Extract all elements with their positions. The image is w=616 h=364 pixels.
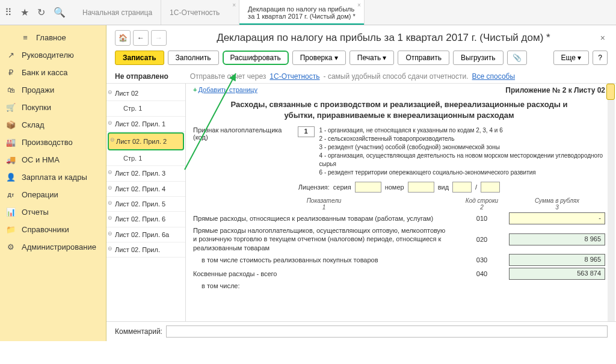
close-button[interactable]: ×	[598, 33, 608, 43]
code-line: 3 - резидент (участник) особой (свободно…	[319, 143, 605, 152]
tree-node[interactable]: ⊖Лист 02. Прил. 1	[106, 117, 185, 132]
content: 🏠 ← → Декларация по налогу на прибыль за…	[106, 25, 616, 341]
status-link-all[interactable]: Все способы	[472, 72, 516, 81]
collapse-icon[interactable]: ⊖	[108, 120, 112, 127]
dt-kt-icon: Дт	[6, 192, 16, 198]
tree-node[interactable]: ⊖Лист 02. Прил. 6	[106, 212, 185, 227]
print-button[interactable]: Печать ▾	[350, 51, 395, 65]
apps-icon[interactable]: ⠿	[5, 7, 12, 18]
tree-node[interactable]: ⊖Лист 02	[106, 86, 185, 101]
attach-button[interactable]: 📎	[507, 51, 527, 65]
sidebar-label: Покупки	[22, 103, 51, 112]
code-line: 4 - организация, осуществляющая деятельн…	[319, 152, 605, 168]
home-button[interactable]: 🏠	[115, 30, 131, 46]
tab-label-sub: за 1 квартал 2017 г. (Чистый дом) *	[248, 13, 356, 20]
tree-node[interactable]: Стр. 1	[106, 101, 185, 116]
search-icon[interactable]: 🔍	[54, 7, 66, 18]
collapse-icon[interactable]: ⊖	[108, 200, 112, 207]
status-link-1c[interactable]: 1С-Отчетность	[270, 72, 319, 81]
form-title: Расходы, связанные с производством и реа…	[217, 99, 581, 120]
taxpayer-code-input[interactable]: 1	[298, 126, 315, 137]
close-icon[interactable]: ×	[232, 2, 236, 8]
section-tree[interactable]: ⊖Лист 02Стр. 1⊖Лист 02. Прил. 1⊖Лист 02.…	[106, 84, 186, 321]
tree-label: Лист 02	[115, 90, 138, 97]
sidebar-label: Продажи	[22, 85, 54, 94]
sidebar-item-purchases[interactable]: 🛒Покупки	[0, 99, 106, 116]
comment-label: Комментарий:	[115, 327, 162, 336]
tab-label: Декларация по налогу на прибыль	[248, 5, 356, 13]
sidebar-item-warehouse[interactable]: 📦Склад	[0, 116, 106, 134]
sidebar-label: Главное	[36, 33, 66, 42]
sidebar-item-main[interactable]: ≡Главное	[0, 29, 106, 46]
sidebar-label: Администрирование	[22, 242, 96, 251]
table-row: в том числе:	[193, 282, 605, 290]
decode-button[interactable]: Расшифровать	[223, 51, 289, 65]
btn-label: Печать	[357, 54, 381, 62]
tree-node[interactable]: ⊖Лист 02. Прил. 4	[106, 182, 185, 197]
sidebar-item-operations[interactable]: ДтОперации	[0, 186, 106, 203]
sum-input[interactable]: -	[509, 212, 605, 224]
status-label: Не отправлено	[115, 72, 168, 81]
sidebar-item-sales[interactable]: 🛍Продажи	[0, 81, 106, 99]
sidebar-item-production[interactable]: 🏭Производство	[0, 134, 106, 151]
write-button[interactable]: Записать	[115, 51, 164, 65]
scrollbar[interactable]	[608, 84, 615, 321]
collapse-icon[interactable]: ⊖	[108, 185, 112, 192]
help-button[interactable]: ?	[593, 51, 608, 65]
sidebar-item-assets[interactable]: 🚚ОС и НМА	[0, 151, 106, 168]
tab-strip: Начальная страница 1С-Отчетность× Деклар…	[74, 0, 365, 25]
collapse-icon[interactable]: ⊖	[108, 230, 112, 238]
check-button[interactable]: Проверка ▾	[292, 51, 346, 65]
history-icon[interactable]: ↻	[37, 7, 45, 18]
tree-label: Лист 02. Прил. 4	[115, 185, 165, 193]
sidebar-item-salary[interactable]: 👤Зарплата и кадры	[0, 168, 106, 186]
license-vid-input[interactable]	[452, 182, 472, 193]
folder-icon: 📁	[6, 225, 16, 234]
collapse-icon[interactable]: ⊖	[108, 245, 112, 253]
sidebar-label: ОС и НМА	[22, 155, 60, 164]
row-label: Прямые расходы, относящиеся к реализован…	[193, 214, 455, 223]
status-row: Не отправлено Отправьте отчет через 1С-О…	[106, 70, 616, 84]
sidebar-label: Руководителю	[22, 51, 74, 60]
license-series-input[interactable]	[355, 182, 381, 193]
row-label: в том числе:	[193, 282, 455, 290]
license-vid2-input[interactable]	[481, 182, 500, 193]
row-sum-cell: 563 874	[509, 268, 605, 280]
tab-declaration[interactable]: Декларация по налогу на прибыль за 1 ква…	[239, 0, 365, 25]
tab-home[interactable]: Начальная страница	[74, 0, 161, 25]
back-button[interactable]: ←	[133, 30, 149, 46]
fill-button[interactable]: Заполнить	[168, 51, 219, 65]
bag-icon: 🛍	[6, 85, 16, 94]
star-icon[interactable]: ★	[20, 7, 29, 18]
chevron-down-icon: ▾	[578, 54, 581, 62]
tree-node[interactable]: ⊖Лист 02. Прил. 5	[106, 197, 185, 212]
collapse-icon[interactable]: ⊖	[108, 169, 112, 176]
sidebar-item-references[interactable]: 📁Справочники	[0, 221, 106, 238]
sum-input[interactable]: 8 965	[509, 254, 605, 266]
tab-1c-report[interactable]: 1С-Отчетность×	[161, 0, 239, 25]
tree-node[interactable]: Стр. 1	[106, 151, 185, 166]
comment-input[interactable]	[166, 325, 608, 338]
sidebar-item-bank[interactable]: ₽Банк и касса	[0, 64, 106, 81]
sum-input[interactable]: 563 874	[509, 268, 605, 280]
forward-button[interactable]: →	[151, 30, 167, 46]
tree-node-selected[interactable]: ⊖Лист 02. Прил. 2	[108, 132, 184, 150]
license-ser-label: серия	[333, 184, 351, 191]
collapse-icon[interactable]: ⊖	[108, 215, 112, 222]
tree-node[interactable]: ⊖Лист 02. Прил. 6а	[106, 227, 185, 242]
more-button[interactable]: Еще ▾	[553, 51, 590, 65]
export-button[interactable]: Выгрузить	[453, 51, 504, 65]
sidebar-item-manager[interactable]: ↗Руководителю	[0, 46, 106, 64]
license-number-input[interactable]	[408, 182, 434, 193]
cart-icon: 🛒	[6, 103, 16, 112]
send-button[interactable]: Отправить	[398, 51, 449, 65]
sum-input[interactable]: 8 965	[509, 233, 605, 245]
sidebar-item-reports[interactable]: 📊Отчеты	[0, 203, 106, 221]
close-icon[interactable]: ×	[357, 2, 361, 8]
collapse-icon[interactable]: ⊖	[108, 89, 112, 96]
sidebar-item-admin[interactable]: ⚙Администрирование	[0, 238, 106, 256]
tree-node[interactable]: ⊖Лист 02. Прил. 3	[106, 166, 185, 181]
collapse-icon[interactable]: ⊖	[110, 137, 115, 144]
add-page-link[interactable]: Добавить страницу	[198, 86, 257, 93]
tree-node[interactable]: ⊖Лист 02. Прил.	[106, 242, 185, 258]
